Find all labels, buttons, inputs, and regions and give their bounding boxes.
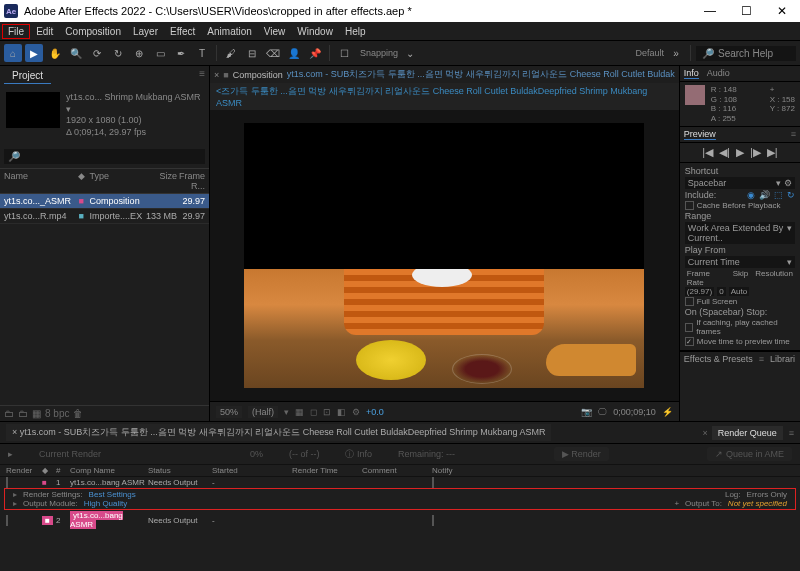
effects-presets-tab[interactable]: Effects & Presets — [684, 354, 753, 364]
panel-menu-icon[interactable]: ≡ — [789, 428, 794, 438]
playfrom-dropdown[interactable]: Current Time▾ — [685, 256, 795, 268]
cache-before-checkbox[interactable] — [685, 201, 694, 210]
info-tab[interactable]: Info — [684, 68, 699, 79]
rotation-tool-icon[interactable]: ↻ — [109, 44, 127, 62]
zoom-dropdown[interactable]: 50% — [216, 406, 242, 418]
toggle-mask-icon[interactable]: ◻ — [310, 407, 317, 417]
play-icon[interactable]: ▶ — [736, 146, 744, 159]
text-tool-icon[interactable]: T — [193, 44, 211, 62]
add-output-icon[interactable]: + — [674, 499, 679, 508]
selection-tool-icon[interactable]: ▶ — [25, 44, 43, 62]
render-queue-item[interactable]: ■ 2 yt1s.co...bang ASMR Needs Output - — [0, 510, 800, 530]
audio-tab[interactable]: Audio — [707, 68, 730, 79]
project-tab[interactable]: Project — [4, 68, 51, 84]
toggle-transparency-icon[interactable]: ▦ — [295, 407, 304, 417]
include-video-icon[interactable]: ◉ — [747, 190, 755, 200]
include-audio-icon[interactable]: 🔊 — [759, 190, 770, 200]
menu-edit[interactable]: Edit — [30, 24, 59, 39]
workspace-menu-icon[interactable]: » — [667, 44, 685, 62]
bpc-toggle[interactable]: 8 bpc — [45, 408, 69, 419]
panel-menu-icon[interactable]: ≡ — [759, 354, 764, 364]
composition-breadcrumb[interactable]: <즈가득 두툼한 ...음면 먹방 새우튀김까지 리얼사운드 Cheese Ro… — [210, 83, 679, 110]
project-item[interactable]: yt1s.co...R.mp4 ■ Importe....EX 133 MB 2… — [0, 209, 209, 224]
roto-tool-icon[interactable]: 👤 — [285, 44, 303, 62]
skip-dropdown[interactable]: 0 — [717, 287, 725, 296]
new-comp-icon[interactable]: ▦ — [32, 408, 41, 419]
menu-composition[interactable]: Composition — [59, 24, 127, 39]
col-framerate[interactable]: Frame R... — [177, 171, 205, 191]
pen-tool-icon[interactable]: ✒ — [172, 44, 190, 62]
menu-animation[interactable]: Animation — [201, 24, 257, 39]
menu-view[interactable]: View — [258, 24, 292, 39]
prev-frame-icon[interactable]: ◀| — [719, 146, 730, 159]
snapshot-icon[interactable]: 📷 — [581, 407, 592, 417]
shortcut-dropdown[interactable]: Spacebar▾ ⚙ — [685, 177, 795, 189]
output-module-link[interactable]: High Quality — [84, 499, 128, 508]
zoom-tool-icon[interactable]: 🔍 — [67, 44, 85, 62]
minimize-button[interactable]: — — [692, 4, 728, 18]
search-help-input[interactable]: 🔎 Search Help — [696, 46, 796, 61]
render-enable-checkbox[interactable] — [6, 515, 8, 526]
resolution-dropdown[interactable]: Auto — [729, 287, 749, 296]
resolution-dropdown[interactable]: (Half) — [248, 406, 278, 418]
pin-tool-icon[interactable]: 📌 — [306, 44, 324, 62]
col-size[interactable]: Size — [145, 171, 177, 191]
brush-tool-icon[interactable]: 🖌 — [222, 44, 240, 62]
clone-tool-icon[interactable]: ⊟ — [243, 44, 261, 62]
interpret-footage-icon[interactable]: 🗀 — [4, 408, 14, 419]
render-queue-tab[interactable]: Render Queue — [712, 426, 783, 440]
hand-tool-icon[interactable]: ✋ — [46, 44, 64, 62]
maximize-button[interactable]: ☐ — [728, 4, 764, 18]
panel-menu-icon[interactable]: ≡ — [199, 68, 205, 84]
notify-checkbox[interactable] — [432, 477, 434, 488]
panel-menu-icon[interactable]: ≡ — [791, 129, 796, 140]
libraries-tab[interactable]: Librari — [770, 354, 795, 364]
framerate-dropdown[interactable]: (29.97) — [685, 287, 714, 296]
asset-thumbnail[interactable] — [6, 92, 60, 128]
menu-window[interactable]: Window — [291, 24, 339, 39]
notify-checkbox[interactable] — [432, 515, 434, 526]
workspace-label[interactable]: Default — [635, 48, 664, 58]
range-dropdown[interactable]: Work Area Extended By Current..▾ — [685, 222, 795, 244]
disclosure-icon[interactable]: ▸ — [8, 449, 13, 459]
project-search-input[interactable]: 🔎 — [4, 149, 205, 164]
fullscreen-checkbox[interactable] — [685, 297, 694, 306]
loop-icon[interactable]: ↻ — [787, 190, 795, 200]
timeline-comp-tab[interactable]: × yt1s.com - SUB치즈가득 두툼한 ...음면 먹방 새우튀김까지… — [6, 424, 551, 441]
output-to-link[interactable]: Not yet specified — [728, 499, 787, 508]
close-button[interactable]: ✕ — [764, 4, 800, 18]
include-overlay-icon[interactable]: ⬚ — [774, 190, 783, 200]
movetime-checkbox[interactable] — [685, 337, 694, 346]
menu-file[interactable]: File — [2, 24, 30, 39]
region-of-interest-icon[interactable]: ⊡ — [323, 407, 331, 417]
comp-flyout-icon[interactable]: × — [214, 70, 219, 80]
exposure-value[interactable]: +0.0 — [366, 407, 384, 417]
eraser-tool-icon[interactable]: ⌫ — [264, 44, 282, 62]
render-button[interactable]: ▶ Render — [554, 447, 609, 461]
queue-in-ame-button[interactable]: ↗ Queue in AME — [707, 447, 792, 461]
render-settings-link[interactable]: Best Settings — [89, 490, 136, 499]
home-icon[interactable]: ⌂ — [4, 44, 22, 62]
viewer-timecode[interactable]: 0;00;09;10 — [613, 407, 656, 417]
fast-previews-icon[interactable]: ⚡ — [662, 407, 673, 417]
menu-effect[interactable]: Effect — [164, 24, 201, 39]
comp-tab-name[interactable]: yt1s.com - SUB치즈가득 두툼한 ...음면 먹방 새우튀김까지 리… — [287, 68, 675, 81]
orbit-tool-icon[interactable]: ⟳ — [88, 44, 106, 62]
reset-exposure-icon[interactable]: ⚙ — [352, 407, 360, 417]
channel-menu-icon[interactable]: ◧ — [337, 407, 346, 417]
show-snapshot-icon[interactable]: 🖵 — [598, 407, 607, 417]
menu-help[interactable]: Help — [339, 24, 372, 39]
render-enable-checkbox[interactable] — [6, 477, 8, 488]
rect-tool-icon[interactable]: ▭ — [151, 44, 169, 62]
ifcaching-checkbox[interactable] — [685, 323, 693, 332]
delete-icon[interactable]: 🗑 — [73, 408, 83, 419]
composition-viewer[interactable] — [210, 110, 679, 401]
snap-checkbox[interactable]: ☐ — [335, 44, 353, 62]
log-value[interactable]: Errors Only — [747, 490, 787, 499]
project-item[interactable]: yt1s.co..._ASMR ■ Composition 29.97 — [0, 194, 209, 209]
render-queue-item[interactable]: ■ 1 yt1s.co...bang ASMR Needs Output - — [0, 477, 800, 488]
first-frame-icon[interactable]: |◀ — [702, 146, 713, 159]
menu-layer[interactable]: Layer — [127, 24, 164, 39]
col-name[interactable]: Name — [4, 171, 78, 191]
anchor-tool-icon[interactable]: ⊕ — [130, 44, 148, 62]
